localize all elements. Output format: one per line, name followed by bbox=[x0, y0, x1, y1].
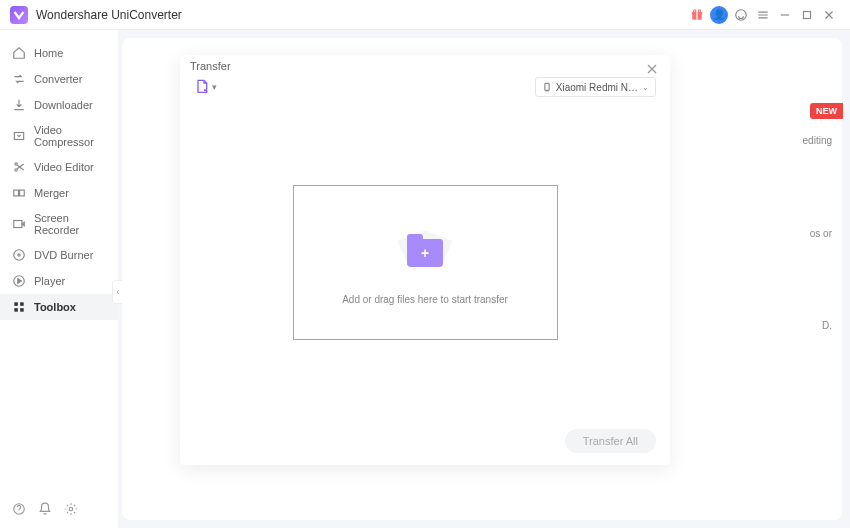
scissors-icon bbox=[12, 160, 26, 174]
add-file-button[interactable]: ▾ bbox=[194, 79, 217, 95]
app-title: Wondershare UniConverter bbox=[36, 8, 182, 22]
svg-point-21 bbox=[69, 507, 73, 511]
modal-footer: Transfer All bbox=[180, 421, 670, 465]
app-logo bbox=[10, 6, 28, 24]
sidebar-item-toolbox[interactable]: Toolbox bbox=[0, 294, 118, 320]
sidebar-item-dvd[interactable]: DVD Burner bbox=[0, 242, 118, 268]
device-select[interactable]: Xiaomi Redmi N… ⌄ bbox=[535, 77, 656, 97]
help-icon[interactable] bbox=[12, 502, 30, 520]
sidebar-item-label: Screen Recorder bbox=[34, 212, 106, 236]
home-icon bbox=[12, 46, 26, 60]
sidebar: Home Converter Downloader Video Compress… bbox=[0, 30, 118, 528]
svg-rect-10 bbox=[14, 190, 19, 196]
bg-text-fragment: editing bbox=[803, 135, 832, 146]
svg-point-3 bbox=[694, 9, 696, 11]
sidebar-item-label: Video Editor bbox=[34, 161, 94, 173]
settings-icon[interactable] bbox=[64, 502, 82, 520]
compress-icon bbox=[12, 129, 26, 143]
sidebar-item-label: Player bbox=[34, 275, 65, 287]
sidebar-bottom bbox=[0, 502, 94, 520]
svg-rect-6 bbox=[804, 11, 811, 18]
svg-rect-16 bbox=[14, 302, 18, 306]
sidebar-item-editor[interactable]: Video Editor bbox=[0, 154, 118, 180]
sidebar-item-merger[interactable]: Merger bbox=[0, 180, 118, 206]
disc-icon bbox=[12, 248, 26, 262]
svg-rect-12 bbox=[14, 221, 22, 228]
maximize-icon[interactable] bbox=[796, 4, 818, 26]
dropzone-text: Add or drag files here to start transfer bbox=[342, 294, 508, 305]
avatar-icon[interactable]: 👤 bbox=[708, 4, 730, 26]
svg-rect-17 bbox=[20, 302, 24, 306]
record-icon bbox=[12, 217, 26, 231]
sidebar-item-label: Video Compressor bbox=[34, 124, 106, 148]
gift-icon[interactable] bbox=[686, 4, 708, 26]
chevron-down-icon: ▾ bbox=[212, 82, 217, 92]
bg-text-fragment: os or bbox=[810, 228, 832, 239]
svg-point-14 bbox=[18, 254, 20, 256]
svg-rect-11 bbox=[20, 190, 25, 196]
svg-point-4 bbox=[698, 9, 700, 11]
modal-header: Transfer bbox=[180, 55, 670, 77]
bg-text-fragment: D. bbox=[822, 320, 832, 331]
modal-title: Transfer bbox=[190, 60, 231, 72]
bell-icon[interactable] bbox=[38, 502, 56, 520]
sidebar-item-compressor[interactable]: Video Compressor bbox=[0, 118, 118, 154]
sidebar-item-converter[interactable]: Converter bbox=[0, 66, 118, 92]
svg-point-9 bbox=[15, 169, 17, 171]
sidebar-item-player[interactable]: Player bbox=[0, 268, 118, 294]
sidebar-item-label: Merger bbox=[34, 187, 69, 199]
sidebar-item-recorder[interactable]: Screen Recorder bbox=[0, 206, 118, 242]
device-name: Xiaomi Redmi N… bbox=[556, 82, 638, 93]
dropzone[interactable]: + Add or drag files here to start transf… bbox=[293, 185, 558, 340]
play-icon bbox=[12, 274, 26, 288]
sidebar-item-label: Downloader bbox=[34, 99, 93, 111]
support-icon[interactable] bbox=[730, 4, 752, 26]
transfer-all-button[interactable]: Transfer All bbox=[565, 429, 656, 453]
modal-toolbar: ▾ Xiaomi Redmi N… ⌄ bbox=[180, 77, 670, 105]
titlebar: Wondershare UniConverter 👤 bbox=[0, 0, 850, 30]
sidebar-item-downloader[interactable]: Downloader bbox=[0, 92, 118, 118]
transfer-modal: Transfer ▾ Xiaomi Redmi N… ⌄ + Add or dr… bbox=[180, 55, 670, 465]
menu-icon[interactable] bbox=[752, 4, 774, 26]
sidebar-item-label: Toolbox bbox=[34, 301, 76, 313]
svg-rect-18 bbox=[14, 308, 18, 312]
minimize-icon[interactable] bbox=[774, 4, 796, 26]
download-icon bbox=[12, 98, 26, 112]
grid-icon bbox=[12, 300, 26, 314]
add-file-icon bbox=[194, 79, 210, 95]
close-window-icon[interactable] bbox=[818, 4, 840, 26]
sidebar-item-label: Converter bbox=[34, 73, 82, 85]
svg-point-13 bbox=[14, 250, 25, 261]
sidebar-item-label: DVD Burner bbox=[34, 249, 93, 261]
folder-plus-icon: + bbox=[390, 221, 460, 276]
convert-icon bbox=[12, 72, 26, 86]
svg-rect-2 bbox=[696, 12, 697, 20]
sidebar-item-home[interactable]: Home bbox=[0, 40, 118, 66]
sidebar-item-label: Home bbox=[34, 47, 63, 59]
svg-point-8 bbox=[15, 163, 17, 165]
merge-icon bbox=[12, 186, 26, 200]
svg-rect-19 bbox=[20, 308, 24, 312]
close-icon[interactable] bbox=[644, 61, 660, 77]
new-badge: NEW bbox=[810, 103, 843, 119]
phone-icon bbox=[542, 81, 552, 93]
chevron-down-icon: ⌄ bbox=[642, 83, 649, 92]
